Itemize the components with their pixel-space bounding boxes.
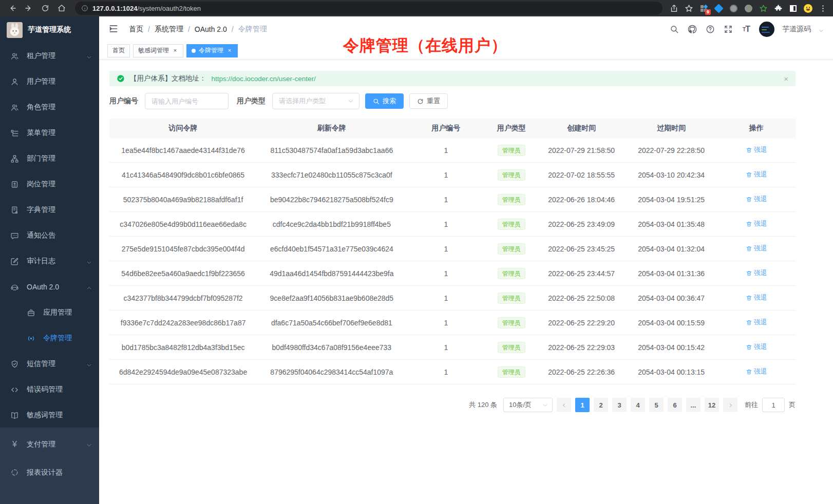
page-button-12[interactable]: 12 xyxy=(705,398,719,412)
help-icon[interactable] xyxy=(705,24,715,34)
force-logout-link[interactable]: 强退 xyxy=(746,367,767,376)
sidebar-collapse-icon[interactable] xyxy=(108,24,120,35)
username[interactable]: 芋道源码 xyxy=(782,25,811,34)
tab-sensitive-word[interactable]: 敏感词管理 × xyxy=(133,44,183,57)
prev-page-button[interactable] xyxy=(557,398,571,412)
cell-expire-time: 2054-03-04 00:15:59 xyxy=(626,319,717,327)
sidebar-item-tenant[interactable]: 租户管理 xyxy=(0,43,99,69)
sidebar-item-oauth-token[interactable]: 令牌管理 xyxy=(0,325,99,351)
share-icon[interactable] xyxy=(669,3,679,13)
app-logo[interactable]: 芋道管理系统 xyxy=(0,16,99,43)
tab-close-icon[interactable]: × xyxy=(172,48,178,53)
record-extension-icon[interactable] xyxy=(743,3,753,13)
cell-refresh-token: cdfc4ce9c2da4bb1bdf21b9918ff4be5 xyxy=(257,220,406,228)
contrast-extension-icon[interactable] xyxy=(788,3,798,13)
force-logout-link[interactable]: 强退 xyxy=(746,170,767,179)
puzzle-extension-icon[interactable] xyxy=(773,3,783,13)
force-logout-link[interactable]: 强退 xyxy=(746,342,767,352)
user-type-select[interactable]: 请选择用户类型 xyxy=(272,93,359,109)
sidebar-item-menu[interactable]: 菜单管理 xyxy=(0,120,99,146)
sidebar-item-sensitive-word[interactable]: 敏感词管理 xyxy=(0,402,99,428)
page-size-select[interactable]: 10条/页 xyxy=(503,398,553,412)
sidebar-item-dept[interactable]: 部门管理 xyxy=(0,146,99,171)
browser-back-icon[interactable] xyxy=(5,1,20,15)
page-button-3[interactable]: 3 xyxy=(612,398,627,412)
search-icon[interactable] xyxy=(669,24,679,34)
fullscreen-icon[interactable] xyxy=(723,24,733,34)
goto-page-input[interactable] xyxy=(762,398,785,412)
sidebar-item-oauth2[interactable]: OAuth 2.0 xyxy=(0,274,99,300)
address-bar[interactable]: 127.0.0.1:1024/system/oauth2/token xyxy=(75,2,662,15)
bookmark-star-icon[interactable] xyxy=(684,3,694,13)
page-button-5[interactable]: 5 xyxy=(649,398,664,412)
col-user-id: 用户编号 xyxy=(406,124,485,133)
more-pages-button[interactable]: ... xyxy=(686,398,701,412)
page-button-6[interactable]: 6 xyxy=(668,398,682,412)
gray-circle-extension-icon[interactable] xyxy=(728,3,739,13)
total-count: 共 120 条 xyxy=(469,400,497,410)
font-size-icon[interactable]: TT xyxy=(741,24,751,34)
caret-down-icon[interactable] xyxy=(819,27,824,32)
extensions-grid-icon[interactable]: 9 xyxy=(698,3,709,13)
profile-avatar-emoji[interactable] xyxy=(803,3,813,13)
search-button[interactable]: 搜索 xyxy=(365,93,404,109)
col-refresh-token: 刷新令牌 xyxy=(257,124,406,133)
browser-forward-icon[interactable] xyxy=(22,1,36,15)
sidebar-item-sms[interactable]: 短信管理 xyxy=(0,351,99,377)
sidebar-item-dict[interactable]: 字典管理 xyxy=(0,197,99,223)
user-type-tag: 管理员 xyxy=(498,243,525,255)
browser-reload-icon[interactable] xyxy=(38,1,52,15)
tab-token[interactable]: 令牌管理 × xyxy=(186,44,238,57)
page-button-2[interactable]: 2 xyxy=(594,398,608,412)
open-book-icon xyxy=(10,411,19,420)
page-content: 【用户体系】文档地址： https://doc.iocoder.cn/user-… xyxy=(99,60,833,412)
trash-icon xyxy=(746,295,752,301)
tab-close-icon[interactable]: × xyxy=(226,48,233,53)
breadcrumb-system[interactable]: 系统管理 xyxy=(155,25,183,34)
user-avatar[interactable] xyxy=(759,22,774,37)
browser-home-icon[interactable] xyxy=(54,1,69,15)
force-logout-link[interactable]: 强退 xyxy=(746,268,767,278)
breadcrumb-home[interactable]: 首页 xyxy=(129,25,143,34)
force-logout-link[interactable]: 强退 xyxy=(746,318,767,327)
force-logout-link[interactable]: 强退 xyxy=(746,244,767,253)
cell-expire-time: 2022-07-29 22:28:50 xyxy=(626,146,717,154)
sidebar-item-post[interactable]: 岗位管理 xyxy=(0,171,99,197)
force-logout-link[interactable]: 强退 xyxy=(746,293,767,302)
sidebar-item-audit-log[interactable]: 审计日志 xyxy=(0,248,99,274)
cell-expire-time: 2054-03-04 01:31:36 xyxy=(626,269,717,278)
table-row: 54d6be82ee5a460a9aedc1f9bf223656 49d1aa4… xyxy=(109,261,796,286)
trash-icon xyxy=(746,344,752,351)
trash-icon xyxy=(746,147,752,153)
sidebar-item-pay[interactable]: ¥ 支付管理 xyxy=(0,430,99,458)
green-star-extension-icon[interactable] xyxy=(758,3,768,13)
next-page-button[interactable] xyxy=(723,398,737,412)
site-info-icon[interactable] xyxy=(81,5,88,12)
reset-button[interactable]: 重置 xyxy=(409,93,448,109)
page-button-1[interactable]: 1 xyxy=(575,398,590,412)
tab-home[interactable]: 首页 xyxy=(107,44,130,57)
table-row: 41c41346a548490f9dc8b01c6bfe0865 333ecfc… xyxy=(109,163,796,187)
user-id-input[interactable] xyxy=(145,93,229,109)
force-logout-link[interactable]: 强退 xyxy=(746,195,767,204)
sidebar-item-notice[interactable]: 通知公告 xyxy=(0,223,99,248)
sidebar-item-user[interactable]: 用户管理 xyxy=(0,69,99,94)
page-button-4[interactable]: 4 xyxy=(631,398,645,412)
sidebar-item-oauth-app[interactable]: 应用管理 xyxy=(0,300,99,325)
github-icon[interactable] xyxy=(687,24,697,34)
alert-close-icon[interactable]: × xyxy=(784,75,788,83)
col-user-type: 用户类型 xyxy=(485,124,538,133)
force-logout-link[interactable]: 强退 xyxy=(746,145,767,154)
doc-link[interactable]: https://doc.iocoder.cn/user-center/ xyxy=(212,75,316,83)
cell-create-time: 2022-06-25 23:44:57 xyxy=(538,269,626,278)
force-logout-link[interactable]: 强退 xyxy=(746,219,767,228)
sidebar-item-role[interactable]: 角色管理 xyxy=(0,94,99,120)
cell-access-token: 6d842e2924594de9a09e45e087323abe xyxy=(109,368,257,376)
sidebar-item-error-code[interactable]: 错误码管理 xyxy=(0,377,99,402)
refresh-icon xyxy=(417,98,424,105)
badge-icon xyxy=(10,180,19,189)
vue-devtools-icon[interactable] xyxy=(713,3,724,13)
sidebar-item-report-designer[interactable]: 报表设计器 xyxy=(0,458,99,487)
browser-menu-icon[interactable] xyxy=(818,3,828,13)
breadcrumb-oauth2[interactable]: OAuth 2.0 xyxy=(195,25,227,33)
